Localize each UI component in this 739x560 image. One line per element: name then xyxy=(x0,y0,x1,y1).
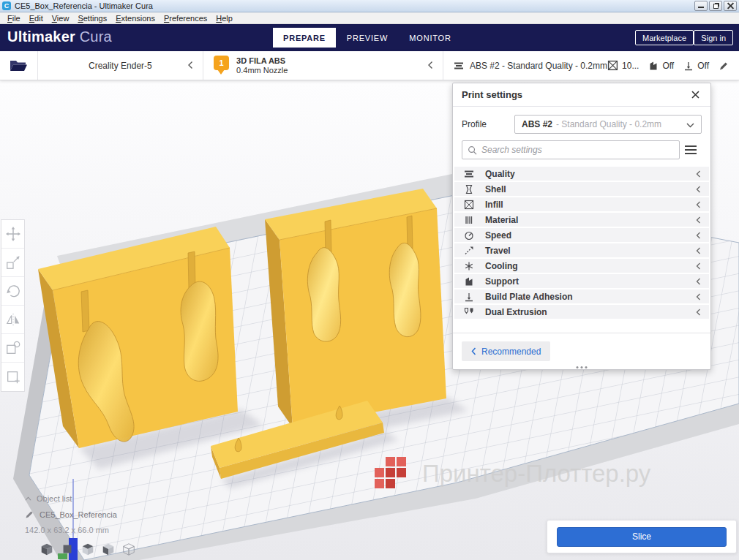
menu-file[interactable]: File xyxy=(3,14,25,23)
profile-name: ABS #2 xyxy=(522,119,552,129)
print-settings-title: Print settings xyxy=(462,89,522,100)
brand-logo: Ultimaker Cura xyxy=(7,29,112,45)
object-list-toggle[interactable]: Object list xyxy=(25,494,117,503)
app-header: Ultimaker Cura PREPARE PREVIEW MONITOR M… xyxy=(0,24,739,51)
model-right-mold[interactable] xyxy=(265,189,446,428)
category-dual-extrusion[interactable]: Dual Extrusion xyxy=(454,305,709,319)
view-front-button[interactable] xyxy=(59,541,75,557)
cube-3d-icon xyxy=(40,542,54,556)
chevron-left-icon xyxy=(696,198,701,211)
search-input[interactable] xyxy=(481,145,674,155)
profile-label: Profile xyxy=(462,119,514,129)
rotate-tool-button[interactable] xyxy=(1,277,24,306)
restore-button[interactable] xyxy=(709,1,722,11)
close-panel-button[interactable] xyxy=(689,88,702,102)
cura-window: C CE5_Box_Referencia - Ultimaker Cura Fi… xyxy=(0,0,739,560)
profile-dropdown[interactable]: ABS #2 - Standard Quality - 0.2mm xyxy=(514,115,702,134)
mirror-icon xyxy=(5,311,21,328)
pencil-icon xyxy=(719,61,729,71)
selected-model-row[interactable]: CE5_Box_Referencia xyxy=(25,510,117,519)
material-icon xyxy=(464,215,474,225)
brand-ultimaker: Ultimaker xyxy=(7,29,75,45)
print-settings-panel: Print settings Profile ABS #2 - Standard… xyxy=(452,83,711,370)
open-file-button[interactable] xyxy=(0,51,38,80)
category-travel[interactable]: Travel xyxy=(454,243,709,257)
tab-preview[interactable]: PREVIEW xyxy=(336,28,399,48)
layers-icon xyxy=(454,61,464,71)
scale-tool-button[interactable] xyxy=(1,249,24,277)
per-model-settings-button[interactable] xyxy=(1,334,24,363)
slice-button[interactable]: Slice xyxy=(557,527,727,547)
search-box xyxy=(462,140,680,159)
material-name: 3D FILA ABS xyxy=(236,56,288,65)
adhesion-value: Off xyxy=(697,61,709,71)
close-button[interactable] xyxy=(724,1,737,11)
menu-help[interactable]: Help xyxy=(211,14,237,23)
adhesion-icon xyxy=(464,292,474,302)
menu-view[interactable]: View xyxy=(48,14,74,23)
cura-app-icon: C xyxy=(2,1,11,10)
stage-tabs: PREPARE PREVIEW MONITOR xyxy=(273,28,462,48)
extruder-badge-tip xyxy=(217,69,225,75)
edit-settings-button[interactable] xyxy=(719,61,729,71)
marketplace-button[interactable]: Marketplace xyxy=(635,30,694,45)
category-infill[interactable]: Infill xyxy=(454,197,709,211)
sign-in-button[interactable]: Sign in xyxy=(694,30,733,45)
view-top-button[interactable] xyxy=(80,541,96,557)
category-material[interactable]: Material xyxy=(454,213,709,227)
view-right-button[interactable] xyxy=(121,541,137,557)
category-support[interactable]: Support xyxy=(454,274,709,288)
category-speed[interactable]: Speed xyxy=(454,228,709,242)
infill-value: 10... xyxy=(622,61,639,71)
recommended-mode-button[interactable]: Recommended xyxy=(462,341,550,361)
menu-extensions[interactable]: Extensions xyxy=(111,14,160,23)
category-shell[interactable]: Shell xyxy=(454,182,709,196)
view-3d-button[interactable] xyxy=(39,541,55,557)
printer-selector[interactable]: Creality Ender-5 xyxy=(38,51,203,80)
category-build-plate-adhesion[interactable]: Build Plate Adhesion xyxy=(454,290,709,303)
viewport-3d: Object list CE5_Box_Referencia 142.0 x 6… xyxy=(0,80,739,560)
infill-icon xyxy=(464,200,474,210)
chevron-left-icon xyxy=(696,275,701,288)
mirror-tool-button[interactable] xyxy=(1,306,24,334)
model-dimensions: 142.0 x 63.2 x 66.0 mm xyxy=(25,526,109,534)
chevron-left-icon xyxy=(471,347,476,355)
category-quality[interactable]: Quality xyxy=(454,167,709,181)
tab-monitor[interactable]: MONITOR xyxy=(399,28,462,48)
material-selector[interactable]: 1 3D FILA ABS 0.4mm Nozzle xyxy=(203,51,443,80)
menu-preferences[interactable]: Preferences xyxy=(160,14,211,23)
settings-menu-button[interactable] xyxy=(680,140,702,159)
view-left-button[interactable] xyxy=(100,541,116,557)
extruder-badge: 1 xyxy=(214,56,229,75)
category-cooling[interactable]: Cooling xyxy=(454,259,709,273)
model-name: CE5_Box_Referencia xyxy=(40,510,117,519)
menu-settings[interactable]: Settings xyxy=(73,14,111,23)
support-blocker-button[interactable] xyxy=(1,363,24,391)
chevron-left-icon xyxy=(696,290,701,303)
brand-cura: Cura xyxy=(80,29,112,45)
support-icon xyxy=(464,276,474,287)
slice-card: Slice xyxy=(547,520,737,553)
chevron-left-icon xyxy=(696,260,701,273)
rename-pencil-icon xyxy=(25,510,34,519)
panel-resize-handle[interactable] xyxy=(577,366,588,368)
chevron-left-icon xyxy=(187,59,193,72)
configuration-bar: Creality Ender-5 1 3D FILA ABS 0.4mm Noz… xyxy=(0,51,739,80)
cube-front-icon xyxy=(60,542,75,556)
chevron-up-icon xyxy=(25,496,31,501)
quality-icon xyxy=(464,169,474,179)
move-tool-button[interactable] xyxy=(1,220,24,249)
print-settings-summary[interactable]: ABS #2 - Standard Quality - 0.2mm 10... … xyxy=(443,51,739,80)
tool-panel xyxy=(1,219,25,392)
panel-footer: Recommended xyxy=(453,333,710,369)
menu-bar: File Edit View Settings Extensions Prefe… xyxy=(0,12,739,24)
menu-edit[interactable]: Edit xyxy=(25,14,48,23)
object-list-label: Object list xyxy=(37,494,72,503)
support-icon xyxy=(648,61,659,71)
chevron-left-icon xyxy=(696,306,701,319)
tab-prepare[interactable]: PREPARE xyxy=(273,28,336,48)
minimize-button[interactable] xyxy=(694,1,708,11)
settings-categories: Quality Shell Infill Material xyxy=(454,167,709,319)
adhesion-icon xyxy=(683,61,694,71)
profile-summary: ABS #2 - Standard Quality - 0.2mm xyxy=(470,61,607,71)
